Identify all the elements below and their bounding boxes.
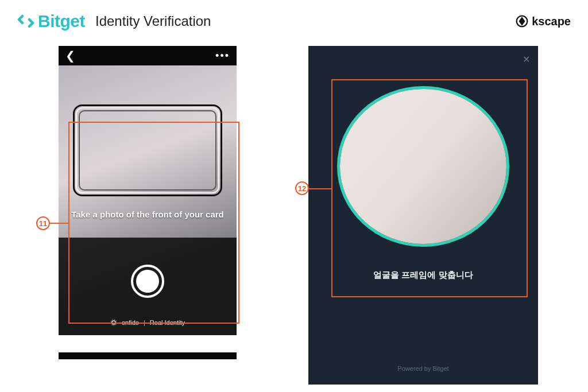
step-12-column: ✕ 얼굴을 프레임에 맞춥니다 Powered by Bitget 12 [285,46,538,392]
kscape-logo: kscape [516,15,571,28]
callout-number-12: 12 [295,181,309,195]
oval-ring [337,86,509,247]
header-left: Bitget Identity Verification [17,11,211,31]
capture-instruction: Take a photo of the front of your card [70,209,225,220]
shutter-button[interactable] [131,265,164,298]
face-camera-feed [340,89,506,244]
phone-bottom-stub [59,352,237,359]
kscape-icon [516,15,528,28]
callout-stem-12 [309,188,332,189]
face-instruction: 얼굴을 프레임에 맞춥니다 [308,270,538,281]
phone-face-capture: ✕ 얼굴을 프레임에 맞춥니다 Powered by Bitget [308,46,538,385]
camera-viewport: Take a photo of the front of your card o… [59,65,237,335]
bitget-swap-icon [17,13,34,30]
bitget-logo: Bitget [17,11,85,31]
onfido-label: onfido [122,319,139,326]
phone-topbar: ❮ ••• [59,46,237,65]
footer-separator: | [144,319,145,326]
back-icon[interactable]: ❮ [65,49,75,63]
kscape-wordmark: kscape [532,15,571,28]
callout-stem-11 [50,223,68,224]
callout-number-11: 11 [36,216,50,230]
phone-card-capture: ❮ ••• Take a photo of the front of your … [59,46,237,359]
close-icon[interactable]: ✕ [523,54,530,65]
bitget-wordmark: Bitget [38,11,85,31]
powered-by: Powered by Bitget [308,365,538,372]
content-row: ❮ ••• Take a photo of the front of your … [0,46,588,392]
page-header: Bitget Identity Verification kscape [17,11,571,31]
onfido-tag: Real Identity [150,319,185,326]
svg-point-1 [112,321,115,324]
face-oval [337,86,509,247]
step-11-column: ❮ ••• Take a photo of the front of your … [50,46,245,392]
onfido-icon [110,319,117,326]
more-icon[interactable]: ••• [215,50,230,62]
page-title: Identity Verification [95,13,211,29]
onfido-footer: onfido | Real Identity [59,319,237,326]
card-outline [73,104,222,196]
